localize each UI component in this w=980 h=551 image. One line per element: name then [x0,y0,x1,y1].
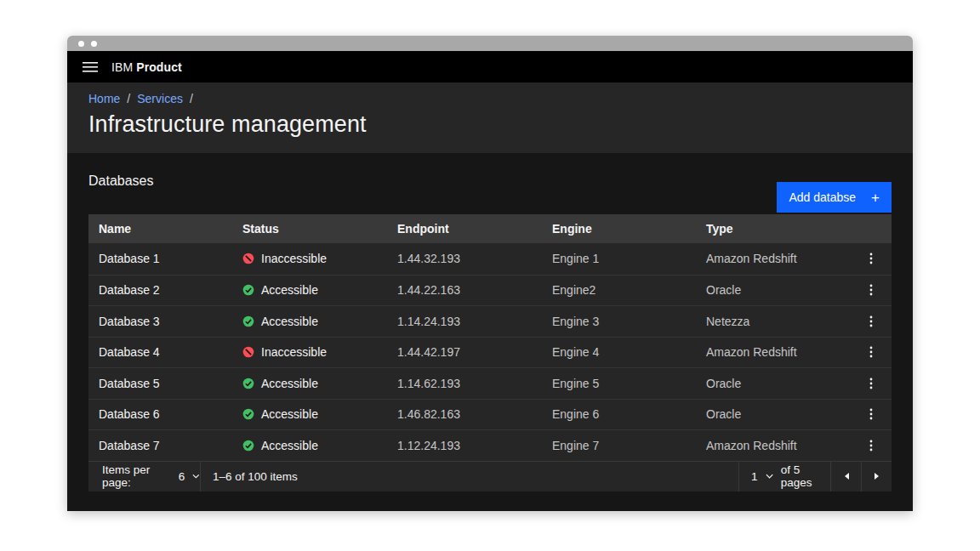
items-per-page-label: Items per page: [102,463,171,489]
cell-type: Netezza [696,315,851,328]
row-overflow-menu-button[interactable] [858,277,884,303]
page-number-value: 1 [751,470,758,483]
status-error-icon [242,346,254,358]
section-header: Databases Add databse + [88,182,892,213]
cell-actions [851,339,892,365]
window-control-dot [78,41,84,47]
table-row: Database 4 Inaccessible 1.44.42.197 Engi… [88,337,892,368]
pagination-right: 1 of 5 pages [738,462,892,491]
page-number-select[interactable]: 1 of 5 pages [738,462,830,491]
pagination-bar: Items per page: 6 1–6 of 100 items 1 of … [88,461,892,491]
cell-name: Database 5 [88,377,232,390]
status-ok-icon [242,408,254,420]
table-row: Database 3 Accessible 1.14.24.193 Engine… [88,305,892,337]
cell-status: Inaccessible [232,345,387,359]
add-database-button[interactable]: Add databse + [777,182,892,213]
cell-status: Accessible [232,283,387,297]
cell-endpoint: 1.44.42.197 [387,345,542,359]
cell-engine: Engine 6 [542,407,696,421]
breadcrumb-separator: / [127,92,130,105]
chevron-down-icon [192,474,200,479]
cell-type: Oracle [696,407,851,421]
cell-name: Database 6 [88,407,232,421]
table-row: Database 1 Inaccessible 1.44.32.193 Engi… [88,243,892,275]
cell-endpoint: 1.44.22.163 [387,283,542,297]
column-header-name: Name [88,222,232,236]
kebab-icon [869,315,873,327]
caret-right-icon [874,472,880,480]
cell-status: Accessible [232,407,387,421]
chevron-down-icon [766,474,773,479]
databases-table: Name Status Endpoint Engine Type Databas… [88,214,892,461]
cell-type: Amazon Redshift [696,252,851,265]
cell-type: Oracle [696,377,851,390]
table-body: Database 1 Inaccessible 1.44.32.193 Engi… [88,243,892,461]
kebab-icon [869,408,873,420]
cell-engine: Engine 7 [542,439,696,452]
row-overflow-menu-button[interactable] [858,339,884,365]
cell-actions [851,433,892,458]
table-header-row: Name Status Endpoint Engine Type [88,214,892,243]
main-content: Databases Add databse + Name Status Endp… [67,153,913,511]
items-per-page-value: 6 [179,470,185,483]
app-window: IBM Product Home / Services / Infrastruc… [67,36,913,511]
cell-engine: Engine 5 [542,377,696,390]
row-overflow-menu-button[interactable] [858,371,884,396]
cell-status: Accessible [232,377,387,390]
cell-engine: Engine2 [542,283,696,297]
table-row: Database 7 Accessible 1.12.24.193 Engine… [88,429,892,461]
caret-left-icon [843,472,850,480]
cell-endpoint: 1.14.62.193 [387,377,542,390]
section-title: Databases [88,173,154,189]
cell-name: Database 4 [88,345,232,359]
cell-type: Amazon Redshift [696,439,851,452]
status-ok-icon [242,284,254,296]
status-ok-icon [242,378,254,389]
pagination-left: Items per page: 6 1–6 of 100 items [88,462,298,491]
brand-title: IBM Product [111,60,182,74]
status-ok-icon [242,440,254,452]
row-overflow-menu-button[interactable] [858,309,884,334]
hamburger-icon [83,62,98,72]
cell-endpoint: 1.14.24.193 [387,315,542,328]
cell-status: Inaccessible [232,252,387,265]
pages-count-text: of 5 pages [781,463,830,489]
cell-status: Accessible [232,315,387,328]
row-overflow-menu-button[interactable] [858,401,884,427]
column-header-status: Status [232,222,387,236]
status-ok-icon [242,315,254,327]
app-header: IBM Product [67,51,913,82]
column-header-type: Type [696,222,851,236]
column-header-engine: Engine [542,222,696,236]
cell-name: Database 7 [88,439,232,452]
row-overflow-menu-button[interactable] [858,433,884,458]
kebab-icon [869,440,873,452]
kebab-icon [869,346,873,358]
table-row: Database 2 Accessible 1.44.22.163 Engine… [88,275,892,306]
cell-endpoint: 1.12.24.193 [387,439,542,452]
previous-page-button[interactable] [830,462,861,491]
cell-endpoint: 1.44.32.193 [387,252,542,265]
breadcrumb-link-services[interactable]: Services [137,92,183,105]
items-range-text: 1–6 of 100 items [201,470,298,483]
row-overflow-menu-button[interactable] [858,246,884,271]
next-page-button[interactable] [861,462,892,491]
cell-engine: Engine 1 [542,252,696,265]
page-header-band: Home / Services / Infrastructure managem… [67,82,913,153]
kebab-icon [869,378,873,389]
cell-engine: Engine 3 [542,315,696,328]
hamburger-menu-button[interactable] [77,54,103,80]
cell-engine: Engine 4 [542,345,696,359]
plus-icon: + [871,190,880,205]
cell-actions [851,246,892,271]
window-control-dot [91,41,97,47]
cell-name: Database 1 [88,252,232,265]
cell-name: Database 3 [88,315,232,328]
cell-actions [851,309,892,334]
items-per-page-select[interactable]: Items per page: 6 [88,462,201,491]
column-header-endpoint: Endpoint [387,222,542,236]
breadcrumb-link-home[interactable]: Home [88,92,120,105]
cell-actions [851,277,892,303]
cell-type: Amazon Redshift [696,345,851,359]
kebab-icon [869,284,873,296]
